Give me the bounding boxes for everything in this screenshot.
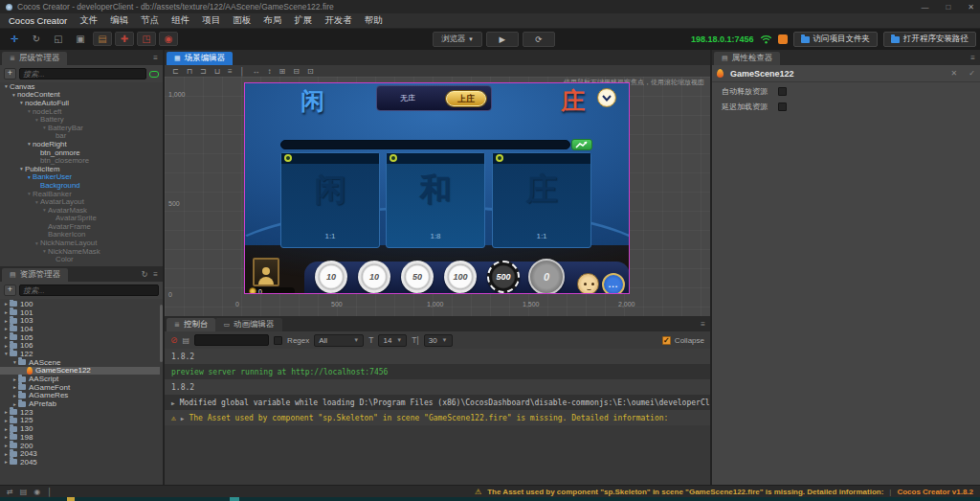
asset-AAScene[interactable]: ▾AAScene (0, 358, 160, 367)
expand-arrow-icon[interactable]: ▸ (11, 393, 18, 399)
console-log-row[interactable]: ⚠▶The Asset used by component "sp.Skelet… (165, 410, 710, 425)
asset-130[interactable]: ▸130 (0, 424, 160, 433)
asset-123[interactable]: ▸123 (0, 408, 160, 417)
expand-arrow-icon[interactable]: ▸ (3, 443, 10, 448)
assets-search-input[interactable] (19, 285, 159, 296)
emoji-monkey-button[interactable] (577, 273, 599, 294)
chip-0[interactable]: 0 (528, 259, 565, 294)
asset-100[interactable]: ▸100 (0, 300, 160, 308)
expand-arrow-icon[interactable]: ▾ (18, 100, 25, 105)
asset-AAScript[interactable]: ▸AAScript (0, 375, 160, 383)
eye-icon[interactable]: ◉ (33, 488, 40, 496)
maximize-button[interactable]: □ (946, 3, 950, 11)
asset-AGameFont[interactable]: ▸AGameFont (0, 383, 160, 392)
expand-arrow-icon[interactable]: ▾ (33, 240, 40, 246)
align-icon-7[interactable]: ↕ (268, 67, 272, 76)
asset-2043[interactable]: ▸2043 (0, 449, 160, 458)
hierarchy-node-bar[interactable]: bar (0, 132, 163, 141)
hierarchy-node-Canvas[interactable]: ▾Canvas (0, 82, 163, 91)
hierarchy-node-Color[interactable]: Color (0, 255, 163, 263)
expand-arrow-icon[interactable]: ▸ (3, 459, 10, 465)
expand-arrow-icon[interactable]: ▸ (3, 409, 10, 415)
hierarchy-node-BatteryBar[interactable]: ▾BatteryBar (0, 124, 163, 132)
hierarchy-node-AvatarSprite[interactable]: AvatarSprite (0, 215, 163, 223)
tab-animation-editor[interactable]: ▭ 动画编辑器 (215, 318, 281, 331)
scene-viewport[interactable]: 使用鼠标右键平移视窗焦点，使用滚轮缩放视图 闲 庄 无庄 上庄 闲1:1和1:8… (165, 77, 710, 316)
menu-item-4[interactable]: 组件 (171, 14, 189, 27)
hierarchy-node-nodeContent[interactable]: ▾nodeContent (0, 91, 163, 100)
expand-arrow-icon[interactable]: ▸ (3, 334, 10, 340)
play-button[interactable]: ▶ (486, 32, 519, 47)
hierarchy-node-Background[interactable]: Background (0, 181, 163, 190)
hierarchy-node-nodeRight[interactable]: ▾nodeRight (0, 140, 163, 148)
assets-scrollbar[interactable] (160, 305, 163, 362)
hierarchy-node-Battery[interactable]: ▾Battery (0, 115, 163, 124)
pivot-tool-icon[interactable]: ◉ (159, 32, 178, 46)
statusbar-warning-text[interactable]: The Asset used by component "sp.Skeleton… (487, 488, 883, 496)
align-icon-0[interactable]: ⊏ (172, 67, 179, 76)
asset-104[interactable]: ▸104 (0, 325, 160, 333)
add-widget-tool-icon[interactable]: ✚ (115, 32, 134, 46)
tab-hierarchy[interactable]: ≣ 层级管理器 (2, 52, 67, 65)
asset-AGameRes[interactable]: ▸AGameRes (0, 392, 160, 400)
move-tool-icon[interactable]: ✛ (5, 32, 24, 46)
expand-arrow-icon[interactable]: ▸ (3, 434, 10, 440)
menu-item-2[interactable]: 编辑 (110, 14, 128, 27)
menu-item-0[interactable]: Cocos Creator (9, 15, 67, 26)
menu-item-5[interactable]: 项目 (202, 14, 220, 27)
expand-arrow-icon[interactable]: ▸ (3, 451, 10, 457)
panel-menu-icon[interactable]: ≡ (970, 54, 975, 62)
hierarchy-node-RealBanker[interactable]: ▾RealBanker (0, 190, 163, 198)
bet-zone-2[interactable]: 和1:8 (386, 152, 485, 248)
apply-icon[interactable]: ✓ (969, 69, 975, 78)
field-checkbox[interactable] (778, 87, 787, 96)
expand-arrow-icon[interactable]: ▾ (3, 351, 10, 356)
revert-icon[interactable]: ✕ (951, 69, 958, 78)
expand-arrow-icon[interactable]: ▾ (41, 207, 48, 213)
expand-arrow-icon[interactable]: ▾ (11, 359, 18, 365)
expand-arrow-icon[interactable]: ▸ (3, 426, 10, 432)
menu-item-7[interactable]: 布局 (263, 14, 281, 27)
expand-arrow-icon[interactable]: ▾ (26, 174, 33, 180)
expand-arrow-icon[interactable]: ▸ (3, 309, 10, 315)
hierarchy-node-AvatarLayout[interactable]: ▾AvatarLayout (0, 197, 163, 206)
align-icon-2[interactable]: ⊐ (200, 67, 207, 76)
asset-2045[interactable]: ▸2045 (0, 458, 160, 467)
asset-122[interactable]: ▾122 (0, 350, 160, 358)
open-install-path-button[interactable]: 打开程序安装路径 (883, 32, 976, 47)
expand-arrow-icon[interactable]: ▶ (171, 399, 175, 406)
refresh-button[interactable]: ⟳ (523, 32, 555, 47)
hierarchy-node-nodeAutoFull[interactable]: ▾nodeAutoFull (0, 99, 163, 107)
become-banker-button[interactable]: 上庄 (446, 91, 486, 106)
hierarchy-node-btn_onmore[interactable]: btn_onmore (0, 148, 163, 157)
trash-icon[interactable]: ▤ (20, 488, 28, 496)
create-node-button[interactable]: + (4, 68, 16, 80)
align-icon-4[interactable]: ≡ (228, 67, 233, 76)
align-icon-5[interactable]: │ (240, 67, 245, 76)
hierarchy-node-BankerUser[interactable]: ▾BankerUser (0, 173, 163, 182)
expand-arrow-icon[interactable]: ▾ (26, 191, 33, 196)
create-asset-button[interactable]: + (4, 285, 16, 296)
tab-console[interactable]: ≣ 控制台 (167, 318, 215, 331)
asset-GameScene122[interactable]: GameScene122 (0, 367, 160, 376)
collapse-checkbox[interactable]: ✓ (662, 336, 671, 345)
font-size-dropdown[interactable]: 14▼ (378, 334, 407, 347)
align-icon-9[interactable]: ⊟ (293, 67, 300, 76)
align-icon-3[interactable]: ⊔ (214, 67, 220, 76)
hierarchy-node-NickNameMask[interactable]: ▾NickNameMask (0, 247, 163, 256)
panel-menu-icon[interactable]: ≡ (153, 270, 158, 279)
open-log-file-icon[interactable]: ▤ (183, 336, 190, 345)
chip-10[interactable]: 10 (358, 261, 390, 293)
collapse-chevron-button[interactable] (597, 88, 616, 107)
expand-arrow-icon[interactable]: ▾ (26, 141, 33, 147)
panel-menu-icon[interactable]: ≡ (701, 320, 705, 329)
expand-arrow-icon[interactable]: ▾ (18, 166, 25, 171)
tab-assets[interactable]: ▤ 资源管理器 (2, 268, 68, 282)
field-checkbox[interactable] (778, 102, 787, 111)
align-icon-1[interactable]: ⊓ (187, 67, 192, 76)
menu-item-10[interactable]: 帮助 (365, 14, 383, 27)
scale-tool-icon[interactable]: ◱ (49, 32, 68, 46)
hierarchy-node-nodeLeft[interactable]: ▾nodeLeft (0, 107, 163, 116)
align-icon-8[interactable]: ⊞ (279, 67, 286, 76)
minimize-button[interactable]: — (921, 3, 928, 11)
